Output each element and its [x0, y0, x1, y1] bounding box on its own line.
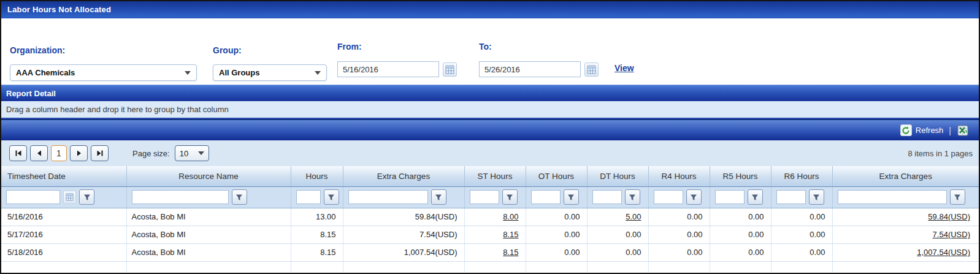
filter-button[interactable]	[686, 189, 702, 205]
refresh-button[interactable]: Refresh	[900, 124, 944, 136]
col-header-r4-hours[interactable]: R4 Hours	[648, 166, 710, 186]
group-select[interactable]: All Groups	[213, 64, 327, 81]
header-row: Timesheet Date Resource Name Hours Extra…	[1, 166, 979, 186]
from-label: From:	[337, 42, 362, 51]
calendar-icon	[587, 65, 596, 74]
filter-input-extra-charges[interactable]	[348, 190, 428, 204]
page-size-select[interactable]: 10	[175, 145, 209, 161]
excel-icon	[957, 125, 968, 136]
report-window: Labor Hours Not Allocated Organization: …	[0, 0, 980, 274]
cell-r5-hours: 0.00	[710, 226, 771, 243]
funnel-icon	[327, 193, 335, 202]
funnel-icon	[689, 193, 698, 202]
filter-button[interactable]	[431, 189, 446, 205]
group-select-value: All Groups	[219, 68, 259, 77]
command-bar: Refresh |	[1, 119, 979, 140]
first-page-button[interactable]	[9, 145, 27, 161]
export-excel-button[interactable]	[957, 124, 969, 137]
prev-page-icon	[36, 150, 43, 157]
col-header-timesheet-date[interactable]: Timesheet Date	[1, 166, 126, 186]
group-drop-zone[interactable]: Drag a column header and drop it here to…	[1, 101, 979, 119]
col-header-st-hours[interactable]: ST Hours	[464, 166, 526, 186]
col-header-r5-hours[interactable]: R5 Hours	[710, 166, 771, 186]
funnel-icon	[235, 193, 243, 202]
to-date-input[interactable]	[484, 65, 575, 74]
first-page-icon	[15, 150, 22, 157]
filter-input-timesheet-date[interactable]	[6, 190, 60, 204]
funnel-icon	[83, 193, 91, 202]
title-bar: Labor Hours Not Allocated	[1, 1, 979, 18]
filter-panel: Organization: AAA Chemicals Group: All G…	[1, 18, 979, 85]
filter-input-r5-hours[interactable]	[715, 190, 745, 204]
from-date-field	[337, 61, 439, 77]
filter-button[interactable]	[324, 189, 339, 205]
cell-st-hours: 8.15	[464, 243, 526, 261]
st-hours-link[interactable]: 8.00	[503, 212, 518, 221]
chevron-down-icon	[198, 151, 204, 155]
filter-input-dt-hours[interactable]	[592, 190, 622, 204]
cell-r6-hours: 0.00	[771, 208, 832, 226]
chevron-down-icon	[185, 71, 191, 75]
cell-r4-hours: 0.00	[648, 226, 710, 243]
next-page-button[interactable]	[70, 145, 88, 161]
cell-hours: 8.15	[291, 243, 343, 261]
filter-input-ot-hours[interactable]	[531, 190, 561, 204]
organization-label: Organization:	[10, 45, 65, 55]
current-page-button[interactable]: 1	[51, 145, 67, 161]
filter-button[interactable]	[564, 189, 579, 205]
cell-resource-name: Acosta, Bob MI	[126, 243, 291, 261]
extra-charges-link[interactable]: 59.84(USD)	[928, 212, 970, 221]
filter-input-r4-hours[interactable]	[654, 190, 683, 204]
filter-input-st-hours[interactable]	[470, 190, 499, 204]
view-link[interactable]: View	[614, 63, 634, 73]
filter-button[interactable]	[748, 189, 763, 205]
from-calendar-button[interactable]	[443, 63, 457, 77]
cell-r6-hours: 0.00	[771, 226, 832, 243]
toolbar-separator: |	[949, 126, 951, 135]
filter-button[interactable]	[950, 189, 965, 205]
to-date-field	[479, 61, 581, 77]
to-calendar-button[interactable]	[584, 63, 599, 77]
filter-button[interactable]	[79, 189, 94, 205]
filter-calendar-button[interactable]	[63, 191, 76, 204]
report-table: Timesheet Date Resource Name Hours Extra…	[1, 166, 979, 272]
extra-charges-link[interactable]: 7.54(USD)	[933, 230, 970, 239]
filter-input-r6-hours[interactable]	[776, 190, 806, 204]
from-date-input[interactable]	[343, 65, 434, 74]
col-header-dt-hours[interactable]: DT Hours	[587, 166, 648, 186]
table-row: 5/18/2016 Acosta, Bob MI 8.15 1,007.54(U…	[1, 243, 979, 261]
report-detail-header: Report Detail	[1, 85, 979, 101]
funnel-icon	[812, 193, 821, 202]
cell-hours: 8.15	[291, 226, 343, 243]
funnel-icon	[505, 193, 514, 202]
cell-extra-charges: 59.84(USD)	[343, 208, 464, 226]
cell-ot-hours: 0.00	[526, 243, 587, 261]
st-hours-link[interactable]: 8.15	[503, 248, 518, 257]
filter-input-extra-charges-2[interactable]	[838, 190, 947, 204]
cell-timesheet-date: 5/18/2016	[1, 243, 126, 261]
col-header-r6-hours[interactable]: R6 Hours	[771, 166, 832, 186]
chevron-down-icon	[315, 71, 321, 75]
col-header-resource-name[interactable]: Resource Name	[126, 166, 291, 186]
table-row: 5/17/2016 Acosta, Bob MI 8.15 7.54(USD) …	[1, 226, 979, 243]
cell-r6-hours: 0.00	[771, 243, 832, 261]
col-header-ot-hours[interactable]: OT Hours	[526, 166, 587, 186]
dt-hours-link[interactable]: 5.00	[626, 212, 641, 221]
filter-button[interactable]	[232, 189, 247, 205]
prev-page-button[interactable]	[30, 145, 48, 161]
filter-button[interactable]	[625, 189, 640, 205]
last-page-icon	[96, 150, 104, 157]
col-header-extra-charges-2[interactable]: Extra Charges	[832, 166, 979, 186]
extra-charges-link[interactable]: 1,007.54(USD)	[917, 248, 970, 257]
cell-extra-charges: 1,007.54(USD)	[343, 243, 464, 261]
filter-button[interactable]	[809, 189, 824, 205]
filter-button[interactable]	[502, 189, 518, 205]
filter-input-hours[interactable]	[296, 190, 321, 204]
col-header-hours[interactable]: Hours	[291, 166, 343, 186]
filter-input-resource-name[interactable]	[132, 190, 229, 204]
st-hours-link[interactable]: 8.15	[503, 230, 518, 239]
funnel-icon	[434, 193, 443, 202]
organization-select[interactable]: AAA Chemicals	[10, 64, 197, 81]
last-page-button[interactable]	[91, 145, 109, 161]
col-header-extra-charges[interactable]: Extra Charges	[343, 166, 464, 186]
